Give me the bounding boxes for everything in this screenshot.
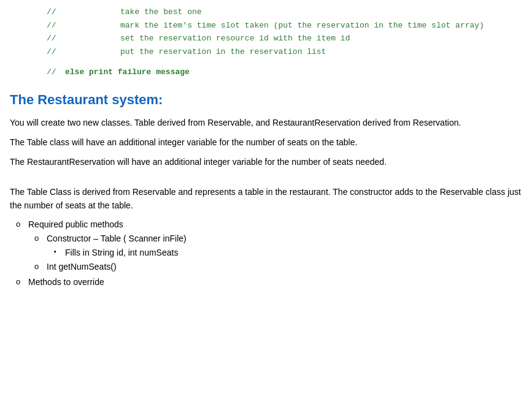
code-text-else: else print failure message (47, 66, 190, 78)
bullet-item-fills: Fills in String id, int numSeats (65, 246, 522, 259)
slash-2: // (10, 20, 47, 32)
bullet-list: Fills in String id, int numSeats (47, 246, 522, 259)
outer-list: Required public methods Constructor – Ta… (10, 218, 522, 289)
list-item-methods-label: Methods to override (28, 277, 104, 287)
bullet-item-fills-label: Fills in String id, int numSeats (65, 248, 178, 257)
list-item-constructor: Constructor – Table ( Scanner inFile) Fi… (47, 232, 522, 259)
code-block: // take the best one // mark the item's … (10, 6, 522, 78)
code-line-1: // take the best one (10, 6, 522, 18)
code-line-else: // else print failure message (10, 66, 522, 78)
paragraph-1: You will create two new classes. Table d… (10, 116, 522, 129)
list-item-required-label: Required public methods (28, 219, 123, 229)
code-line-2: // mark the item's time slot taken (put … (10, 20, 522, 32)
code-text-4: put the reservation in the reservation l… (47, 46, 326, 58)
code-line-4: // put the reservation in the reservatio… (10, 46, 522, 58)
code-line-3: // set the reservation resource id with … (10, 32, 522, 45)
paragraph-3: The RestaurantReservation will have an a… (10, 155, 522, 169)
slash-4: // (10, 46, 47, 58)
slash-else: // (10, 66, 47, 78)
section-title: The Restaurant system: (10, 89, 522, 110)
code-text-2: mark the item's time slot taken (put the… (47, 20, 484, 32)
inner-list: Constructor – Table ( Scanner inFile) Fi… (28, 232, 522, 273)
list-item-getnumseats-label: Int getNumSeats() (47, 262, 117, 272)
list-item-required: Required public methods Constructor – Ta… (28, 218, 522, 273)
list-item-getnumseats: Int getNumSeats() (47, 260, 522, 273)
slash-1: // (10, 6, 47, 18)
paragraph-4: The Table Class is derived from Reservab… (10, 185, 522, 213)
code-text-3: set the reservation resource id with the… (47, 32, 350, 45)
paragraph-2: The Table class will have an additional … (10, 135, 522, 149)
code-text-1: take the best one (47, 6, 202, 18)
list-item-constructor-label: Constructor – Table ( Scanner inFile) (47, 234, 187, 243)
list-item-methods: Methods to override (28, 276, 522, 289)
slash-3: // (10, 32, 47, 45)
